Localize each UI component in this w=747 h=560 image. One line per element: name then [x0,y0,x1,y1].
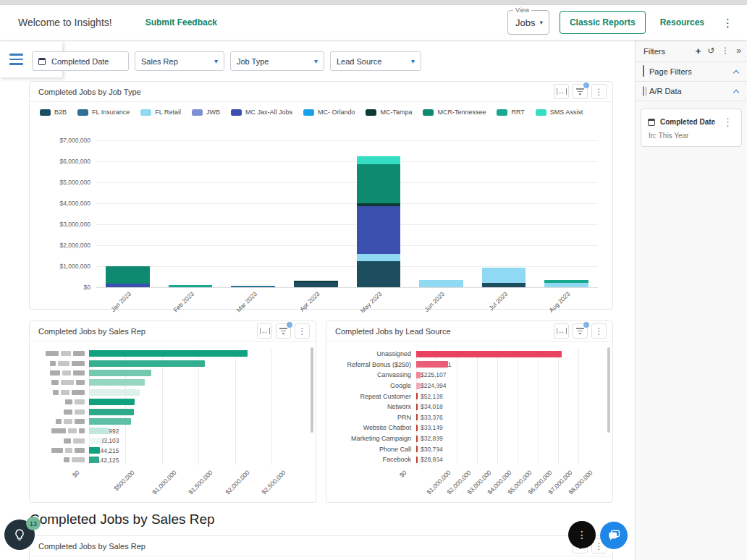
reset-icon[interactable]: ↺ [707,46,714,56]
bar[interactable] [89,370,151,376]
bar[interactable] [89,409,134,415]
bar[interactable] [416,425,418,431]
y-tick-label: $6,000,000 [59,158,90,165]
panel-completed-jobs-by-lead-source: Completed Jobs by Lead Source ↔⋮ Unassig… [326,321,613,503]
filter-lead-source[interactable]: Lead Source▾ [330,51,421,71]
bar[interactable] [89,389,140,396]
legend-label: FL Insurance [92,109,130,116]
legend-swatch [366,109,376,116]
bar[interactable] [89,428,109,434]
view-select[interactable]: View Jobs ▾ [507,10,549,35]
add-icon[interactable]: + [696,46,701,56]
kebab-icon[interactable]: ⋮ [591,84,607,99]
bar-segment-fl-retail[interactable] [482,268,526,283]
bar[interactable] [89,447,100,454]
bar[interactable] [416,404,418,410]
legend-item-mcr-tennessee[interactable]: MCR-Tennessee [423,109,486,116]
filter-icon[interactable] [573,84,588,99]
bar[interactable] [416,457,418,463]
collapse-icon[interactable]: » [736,46,741,56]
bar-segment-b2b[interactable] [357,261,401,287]
bar-segment-mcr-tennessee[interactable] [106,266,150,284]
panel-title: Completed Jobs by Sales Rep [38,542,145,551]
legend-label: B2B [54,109,67,116]
kebab-icon[interactable]: ⋮ [721,46,730,56]
bar-segment-sms-assist[interactable] [357,156,401,165]
bar[interactable] [416,351,562,357]
classic-reports-button[interactable]: Classic Reports [560,11,646,34]
bar-segment-mcr-tennessee[interactable] [357,164,401,203]
chevron-up-icon[interactable] [733,90,739,96]
floating-kebab-button[interactable]: ⋮ [568,521,596,548]
bar-segment-fl-retail[interactable] [419,280,463,287]
tips-fab-button[interactable]: 13 [4,519,35,550]
bar[interactable] [89,457,99,463]
chevron-up-icon[interactable] [733,70,739,76]
bar[interactable] [89,418,131,425]
value-label: $30,794 [421,446,443,453]
bar[interactable] [416,414,418,420]
bar-segment-fl-insurance[interactable] [231,286,275,287]
filter-job-type[interactable]: Job Type▾ [230,51,324,71]
redacted-name-label [34,361,89,366]
bar[interactable] [416,393,418,399]
bar-segment-b2b[interactable] [482,283,526,287]
bar[interactable] [89,379,145,386]
kebab-icon[interactable]: ⋮ [591,323,607,339]
legend-item-fl-insurance[interactable]: FL Insurance [77,109,130,116]
bar[interactable] [416,446,418,452]
legend-item-jwb[interactable]: JWB [192,109,220,116]
bar-segment-fl-retail[interactable] [357,254,401,261]
bar-segment-mc-jax-all-jobs[interactable] [357,206,401,254]
bar[interactable] [89,399,135,405]
filter-label: Job Type [237,57,308,66]
bar[interactable] [89,438,102,444]
stacked-bar-chart: $0$1,000,000$2,000,000$3,000,000$4,000,0… [96,140,598,287]
filter-sales-rep[interactable]: Sales Rep▾ [135,51,224,71]
bar[interactable] [416,372,421,378]
legend-item-mc--orlando[interactable]: MC- Orlando [303,109,355,116]
filter-card-completed-date[interactable]: Completed Date ⋮ In: This Year [641,109,742,147]
header-kebab-icon[interactable]: ⋮ [719,16,737,30]
fit-width-icon[interactable]: ↔ [554,84,569,99]
fit-width-icon[interactable]: ↔ [257,323,272,339]
chart-row: $2,168,166 [34,349,311,358]
bar[interactable] [416,436,418,442]
chart-row: Website Chatbot$33,149 [331,423,608,433]
kebab-icon[interactable]: ⋮ [719,115,737,129]
bar[interactable] [89,350,248,357]
bar-segment-fl-retail[interactable] [544,283,588,287]
sidebar-section-page-filters[interactable]: Page Filters [636,62,747,82]
legend-item-fl-retail[interactable]: FL Retail [140,109,181,116]
bar-segment-mc-jax-all-jobs[interactable] [106,284,150,287]
filter-completed-date[interactable]: Completed Date [32,51,129,71]
hamburger-menu-icon[interactable] [9,54,23,64]
filter-icon[interactable] [276,323,291,339]
bar[interactable] [416,383,421,389]
legend-item-sms-assist[interactable]: SMS Assist [536,109,583,116]
fit-width-icon[interactable]: ↔ [554,323,569,339]
chart-scrollbar[interactable] [607,347,610,433]
sidebar-section-ar-data[interactable]: A/R Data [636,82,747,101]
legend-item-b2b[interactable]: B2B [40,109,67,116]
legend-item-rrt[interactable]: RRT [497,109,524,116]
kebab-icon[interactable]: ⋮ [295,323,310,339]
chart-scrollbar[interactable] [311,347,313,433]
dashboard-filter-bar: Completed DateSales Rep▾Job Type▾Lead So… [32,51,421,71]
resources-button[interactable]: Resources [656,12,709,33]
panel-completed-jobs-by-sales-rep: Completed Jobs by Sales Rep ↔⋮ $2,168,16… [29,321,316,503]
bar-segment-rrt[interactable] [169,285,213,287]
bar[interactable] [89,360,205,367]
category-label: Facebook [331,456,416,463]
app-header: Welcome to Insights! Submit Feedback Vie… [0,5,747,40]
legend-item-mc-tampa[interactable]: MC-Tampa [366,109,412,116]
bar[interactable] [416,361,448,368]
legend-item-mc-jax-all-jobs[interactable]: MC Jax-All Jobs [231,109,292,116]
bar-segment-b2b[interactable] [294,282,338,287]
filter-card-title: Completed Date [660,118,719,126]
filter-icon[interactable] [573,323,588,339]
panel-title: Completed Jobs by Lead Source [335,327,451,336]
filter-active-dot [583,82,589,88]
submit-feedback-link[interactable]: Submit Feedback [145,17,217,27]
chat-fab-button[interactable] [600,522,628,549]
